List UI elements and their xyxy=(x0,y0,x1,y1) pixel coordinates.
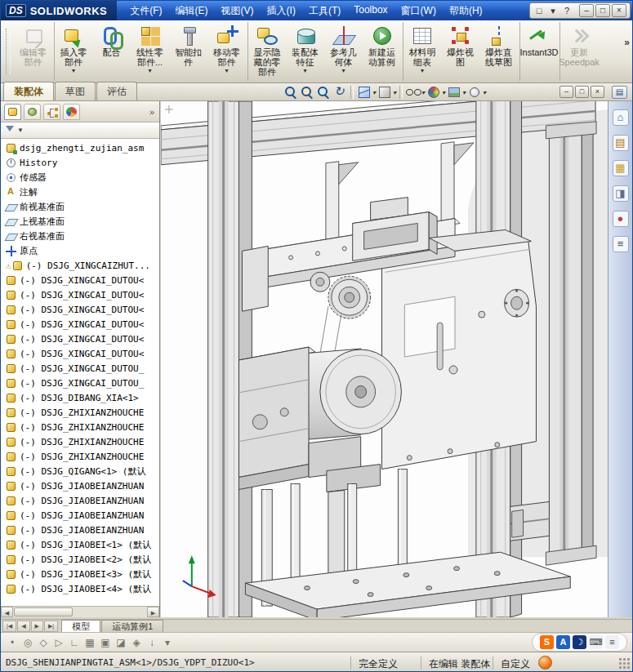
tree-item[interactable]: (-) DSJG_JIAOBEIANZHUAN xyxy=(1,523,159,537)
menu-item[interactable]: 帮助(H) xyxy=(443,1,489,21)
ime-english-icon[interactable]: A xyxy=(556,635,570,649)
scrollbar-track[interactable] xyxy=(13,607,147,617)
menu-item[interactable]: Toolbox xyxy=(347,1,394,21)
snap-tool-icon[interactable]: ▷ xyxy=(52,637,65,648)
sheet-nav-button[interactable]: ◀ xyxy=(17,621,29,632)
ime-night-icon[interactable]: ☽ xyxy=(573,635,586,649)
menu-item[interactable]: 编辑(E) xyxy=(169,1,215,21)
tree-item[interactable]: 上视基准面 xyxy=(1,214,159,229)
edit-appearance-icon[interactable]: ▾ xyxy=(426,85,446,100)
file-explorer-icon[interactable]: ▦ xyxy=(613,160,629,176)
toolbar-overflow-button[interactable]: » xyxy=(624,37,630,48)
tree-item[interactable]: (-) DSJG_XINGCAIZHUT... xyxy=(1,258,159,273)
tree-item[interactable]: (-) DSJG_ZHIXIANZHOUCHE xyxy=(1,434,159,449)
menu-item[interactable]: 插入(I) xyxy=(261,1,302,21)
tree-item[interactable]: (-) DSJG_XINGCAI_DUTOU_ xyxy=(1,361,159,376)
toolbar-button[interactable]: 编辑零 部件 ▾ xyxy=(14,22,52,81)
separator[interactable]: ▾ xyxy=(397,86,405,99)
featuremanager-tab[interactable] xyxy=(4,104,21,120)
new-document-icon[interactable]: □ xyxy=(533,3,545,18)
snap-tool-icon[interactable]: ◈ xyxy=(130,637,143,648)
snap-tool-icon[interactable]: ◇ xyxy=(37,637,50,648)
separator[interactable]: ▾ xyxy=(348,86,356,99)
solidworks-resources-icon[interactable]: ⌂ xyxy=(613,109,629,126)
tree-item[interactable]: 原点 xyxy=(1,243,159,258)
sheet-nav-button[interactable]: |◀ xyxy=(2,621,16,632)
configurationmanager-tab[interactable] xyxy=(43,104,60,120)
apply-scene-icon[interactable]: ▾ xyxy=(446,85,466,100)
tree-item[interactable]: (-) DSJG_XINGCAI_DUTOU< xyxy=(1,302,159,317)
tree-item[interactable]: (-) DSJG_JIAOBEI<1> (默认 xyxy=(1,537,159,552)
ime-menu-icon[interactable]: ≡ xyxy=(605,635,619,649)
view-settings-icon[interactable]: ▾ xyxy=(466,85,487,100)
tree-item[interactable]: (-) DSJG_XINGCAI_DUTOU< xyxy=(1,346,159,361)
menu-item[interactable]: 工具(T) xyxy=(302,1,347,21)
design-library-icon[interactable]: ▤ xyxy=(613,135,629,151)
soft-keyboard-icon[interactable]: ⌨ xyxy=(589,635,603,649)
minimize-child-button[interactable]: – xyxy=(559,86,573,98)
snap-tool-icon[interactable]: ◎ xyxy=(21,637,34,648)
tree-item[interactable]: 右视基准面 xyxy=(1,229,159,243)
zoom-in-out-icon[interactable]: ▾ xyxy=(315,85,332,100)
toolbar-button[interactable]: 爆炸直 线草图 ▾ xyxy=(479,22,518,81)
tree-item[interactable]: (-) DSJG_XINGCAI_DUTOU< xyxy=(1,273,159,287)
rotate-view-icon[interactable]: ▾ xyxy=(332,85,348,100)
toolbar-button[interactable]: 装配体 特征 ▾ xyxy=(286,22,324,81)
propertymanager-tab[interactable] xyxy=(24,104,41,120)
toolbar-button[interactable]: 爆炸视 图 ▾ xyxy=(441,22,479,81)
scrollbar-thumb[interactable] xyxy=(14,607,73,616)
tree-item[interactable]: (-) DSJG_JIAOBEI<3> (默认 xyxy=(1,567,159,581)
tree-item[interactable]: History xyxy=(1,155,159,170)
custom-status[interactable]: 自定义 xyxy=(493,656,530,670)
commandmanager-tab[interactable]: 草图 xyxy=(55,82,96,100)
custom-properties-icon[interactable]: ≡ xyxy=(613,236,629,252)
toolbar-button[interactable]: 显示隐 藏的零 部件 ▾ xyxy=(247,22,286,81)
tree-item[interactable]: (-) DSJG_ZHIXIANZHOUCHE xyxy=(1,420,159,434)
snap-tool-icon[interactable]: ▣ xyxy=(99,637,112,648)
snap-tool-icon[interactable]: ◪ xyxy=(114,637,127,648)
tree-item[interactable]: (-) DSJG_XINGCAI_DUTOU_ xyxy=(1,376,159,390)
restore-button[interactable]: □ xyxy=(595,4,610,17)
tree-item[interactable]: 传感器 xyxy=(1,170,159,185)
restore-child-button[interactable]: □ xyxy=(575,86,589,98)
tree-item[interactable]: (-) DSJG_XINGCAI_DUTOU< xyxy=(1,332,159,346)
menu-item[interactable]: 窗口(W) xyxy=(395,1,443,21)
model-tab[interactable]: 运动算例1 xyxy=(101,620,163,632)
scroll-right-button[interactable]: ▶ xyxy=(147,607,159,617)
commandmanager-tab[interactable]: 装配体 xyxy=(3,82,54,100)
displaymanager-tab[interactable] xyxy=(63,104,80,120)
tree-filter-bar[interactable]: ▼ xyxy=(1,122,159,139)
taskpane-toggle-button[interactable]: ▤ xyxy=(612,86,627,99)
zoom-fit-icon[interactable]: ▾ xyxy=(283,85,299,100)
menu-item[interactable]: 视图(V) xyxy=(215,1,261,21)
display-style-icon[interactable]: ▾ xyxy=(377,85,397,100)
tree-item[interactable]: (-) DSJG_XINGCAI_DUTOU< xyxy=(1,287,159,302)
sheet-nav-button[interactable]: ▶| xyxy=(44,621,58,632)
graphics-area[interactable] xyxy=(161,101,608,617)
model-tab[interactable]: 模型 xyxy=(61,620,100,632)
tree-item[interactable]: (-) DSJG_ZHIXIANZHOUCHE xyxy=(1,449,159,464)
tree-item[interactable]: (-) DSJG_DIBANG_XIA<1> xyxy=(1,390,159,405)
tree-item[interactable]: (-) DSJG_QIGANG<1> (默认 xyxy=(1,464,159,478)
close-button[interactable]: × xyxy=(612,4,626,17)
tree-item[interactable]: dsjg_zhengti_zujian_asm xyxy=(1,140,159,155)
tree-item[interactable]: 注解 xyxy=(1,185,159,199)
sogou-ball-icon[interactable] xyxy=(538,656,552,670)
menu-item[interactable]: 文件(F) xyxy=(123,1,168,21)
toolbar-button[interactable]: 配合 ▾ xyxy=(92,22,131,81)
snap-tool-icon[interactable]: • xyxy=(6,637,19,648)
tree-horizontal-scrollbar[interactable]: ◀ ▶ xyxy=(1,606,159,617)
toolbar-button[interactable]: 参考几 何体 ▾ xyxy=(324,22,363,81)
snap-tool-icon[interactable]: ▦ xyxy=(83,637,96,648)
snap-tool-icon[interactable]: ▾ xyxy=(161,637,174,648)
resize-grip[interactable] xyxy=(618,657,631,670)
tree-item[interactable]: (-) DSJG_JIAOBEIANZHUAN xyxy=(1,478,159,493)
toolbar-button[interactable]: 更新 Speedpak ▾ xyxy=(559,22,598,81)
hide-show-items-icon[interactable]: ▾ xyxy=(405,85,426,100)
sogou-input-icon[interactable]: S xyxy=(540,635,554,649)
tree-item[interactable]: (-) DSJG_XINGCAI_DUTOU< xyxy=(1,317,159,332)
tree-item[interactable]: (-) DSJG_ZHIXIANZHOUCHE xyxy=(1,405,159,420)
toolbar-button[interactable]: 智能扣 件 ▾ xyxy=(169,22,207,81)
close-child-button[interactable]: × xyxy=(591,86,604,98)
tree-item[interactable]: (-) DSJG_JIAOBEIANZHUAN xyxy=(1,508,159,523)
